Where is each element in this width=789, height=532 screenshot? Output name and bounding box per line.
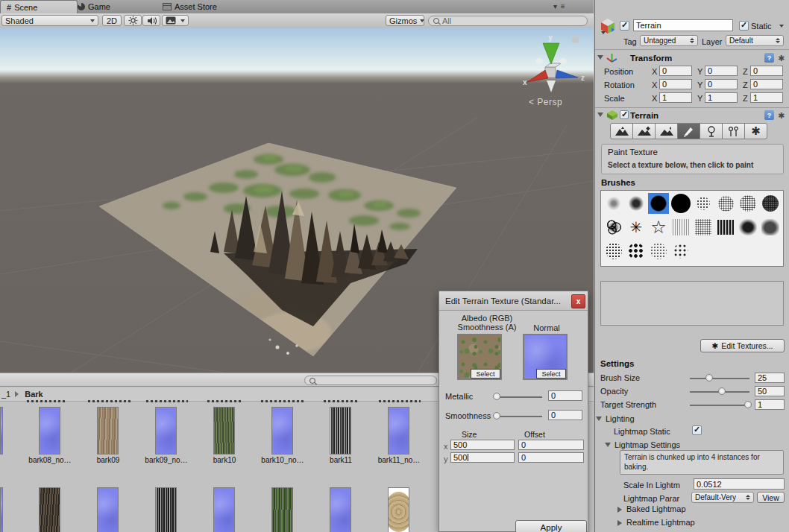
- asset-thumbnail-log-cross-section[interactable]: [388, 487, 409, 532]
- brush-thumbnail[interactable]: [670, 193, 691, 214]
- brush-size-slider-knob[interactable]: [705, 374, 713, 381]
- brush-thumbnail[interactable]: [603, 193, 624, 214]
- brush-thumbnail[interactable]: [738, 217, 758, 238]
- asset-thumbnail-normal[interactable]: [330, 487, 351, 532]
- rotation-z-field[interactable]: 0: [750, 79, 783, 89]
- asset-label[interactable]: bark10: [198, 456, 251, 464]
- size-y-field[interactable]: 500: [450, 452, 515, 463]
- brush-thumbnail[interactable]: [760, 193, 781, 214]
- asset-thumbnail-bark-dark[interactable]: [39, 487, 60, 532]
- asset-thumbnail-bark09[interactable]: [97, 407, 119, 455]
- asset-thumbnail-bark-gray[interactable]: [155, 487, 177, 532]
- 2d-toggle-button[interactable]: 2D: [102, 15, 122, 26]
- brush-thumbnail[interactable]: [626, 241, 647, 262]
- brush-thumbnail[interactable]: [715, 193, 736, 214]
- asset-thumbnail-bark08-normal[interactable]: [39, 407, 60, 455]
- gameobject-name-field[interactable]: Terrain: [633, 19, 733, 31]
- brush-thumbnail[interactable]: ☆: [648, 217, 669, 238]
- brush-thumbnail[interactable]: [738, 193, 758, 214]
- terrain-enabled-checkbox[interactable]: [620, 110, 629, 119]
- asset-thumbnail-bark11[interactable]: [330, 407, 351, 455]
- asset-thumbnail-bark10[interactable]: [213, 407, 235, 455]
- scale-y-field[interactable]: 1: [705, 92, 738, 103]
- lightmap-parameters-dropdown[interactable]: Default-Very: [691, 492, 754, 503]
- tab-asset-store[interactable]: Asset Store: [157, 0, 223, 13]
- scene-orientation-gizmo[interactable]: y x z < Persp: [518, 33, 587, 107]
- scale-in-lightmap-field[interactable]: 0.0512: [694, 478, 785, 490]
- scale-z-field[interactable]: 1: [750, 92, 783, 103]
- gear-icon[interactable]: ✱: [778, 54, 785, 63]
- gameobject-active-checkbox[interactable]: [620, 21, 629, 31]
- asset-thumbnail-normal[interactable]: [213, 487, 235, 532]
- select-albedo-button[interactable]: Select: [471, 369, 500, 379]
- shading-mode-dropdown[interactable]: Shaded: [1, 15, 98, 26]
- asset-label[interactable]: bark09: [81, 456, 135, 464]
- project-search-input[interactable]: [304, 376, 437, 385]
- effects-dropdown-button[interactable]: [162, 15, 189, 26]
- breadcrumb-folder[interactable]: Bark: [25, 390, 43, 399]
- tab-game[interactable]: Game: [72, 0, 116, 13]
- tool-terrain-settings[interactable]: ✱: [744, 123, 767, 139]
- brush-size-slider[interactable]: [690, 378, 749, 379]
- asset-thumbnail-partial[interactable]: [0, 487, 3, 532]
- tag-dropdown[interactable]: Untagged: [640, 35, 698, 46]
- terrain-foldout[interactable]: [597, 113, 603, 117]
- gizmos-dropdown[interactable]: Gizmos: [386, 15, 424, 26]
- breadcrumb-parent[interactable]: _1: [1, 390, 10, 399]
- asset-label[interactable]: bark11: [314, 456, 368, 464]
- perspective-mode-label[interactable]: < Persp: [529, 97, 562, 107]
- brush-thumbnail[interactable]: [693, 193, 714, 214]
- asset-thumbnail-bark10-normal[interactable]: [271, 407, 293, 455]
- tool-paint-texture[interactable]: [677, 123, 700, 139]
- rotation-y-field[interactable]: 0: [705, 79, 738, 89]
- brush-thumbnail[interactable]: [603, 241, 624, 262]
- lighting-toggle-button[interactable]: [124, 15, 142, 26]
- edit-textures-button[interactable]: ✱ Edit Textures...: [700, 339, 785, 352]
- gear-icon[interactable]: ✱: [778, 111, 785, 121]
- position-x-field[interactable]: 0: [659, 66, 692, 76]
- scene-search-input[interactable]: All: [428, 16, 588, 26]
- asset-thumbnail-bark11-normal[interactable]: [388, 407, 409, 455]
- opacity-slider-knob[interactable]: [718, 387, 726, 395]
- lighting-foldout[interactable]: [596, 417, 602, 421]
- metallic-value-field[interactable]: 0: [548, 390, 582, 401]
- target-strength-slider-knob[interactable]: [744, 401, 752, 408]
- lightmap-static-checkbox[interactable]: [692, 425, 702, 435]
- tool-paint-details[interactable]: [722, 123, 745, 139]
- realtime-lightmap-foldout[interactable]: [617, 520, 622, 526]
- asset-thumbnail-bark-moss[interactable]: [271, 487, 293, 532]
- brush-thumbnail[interactable]: [670, 241, 691, 262]
- tool-paint-height[interactable]: [632, 123, 656, 139]
- offset-x-field[interactable]: 0: [518, 440, 584, 450]
- select-normal-button[interactable]: Select: [536, 369, 566, 379]
- target-strength-value-field[interactable]: 1: [755, 399, 785, 410]
- smoothness-value-field[interactable]: 0: [548, 410, 582, 420]
- dialog-titlebar[interactable]: Edit Terrain Texture (Standar... x: [439, 291, 588, 311]
- asset-label[interactable]: bark08_no…: [23, 456, 77, 464]
- asset-label[interactable]: bark09_no…: [139, 456, 193, 464]
- tool-raise-lower-terrain[interactable]: [610, 123, 633, 139]
- brush-thumbnail[interactable]: [693, 217, 714, 238]
- close-icon[interactable]: x: [571, 294, 585, 308]
- tool-smooth-height[interactable]: [655, 123, 678, 139]
- lightmap-settings-foldout[interactable]: [605, 443, 611, 447]
- brush-thumbnail[interactable]: [715, 217, 736, 238]
- position-y-field[interactable]: 0: [705, 66, 738, 76]
- apply-button[interactable]: Apply: [515, 520, 587, 532]
- target-strength-slider[interactable]: [690, 405, 749, 406]
- asset-thumbnail-normal[interactable]: [97, 487, 119, 532]
- opacity-value-field[interactable]: 50: [755, 386, 785, 396]
- help-icon[interactable]: ?: [764, 110, 774, 120]
- brush-size-value-field[interactable]: 25: [755, 373, 785, 383]
- help-icon[interactable]: ?: [764, 53, 774, 63]
- rotation-x-field[interactable]: 0: [659, 79, 692, 89]
- brush-thumbnail[interactable]: [648, 241, 669, 262]
- position-z-field[interactable]: 0: [750, 66, 783, 76]
- pane-menu-icon[interactable]: ▾ ≡: [553, 2, 566, 10]
- albedo-texture-thumbnail[interactable]: Select: [457, 334, 502, 380]
- scale-x-field[interactable]: 1: [659, 92, 692, 103]
- brush-thumbnail[interactable]: ✳: [626, 217, 647, 238]
- brush-thumbnail[interactable]: [670, 217, 691, 238]
- baked-lightmap-foldout[interactable]: [617, 507, 622, 513]
- static-checkbox[interactable]: [739, 21, 749, 31]
